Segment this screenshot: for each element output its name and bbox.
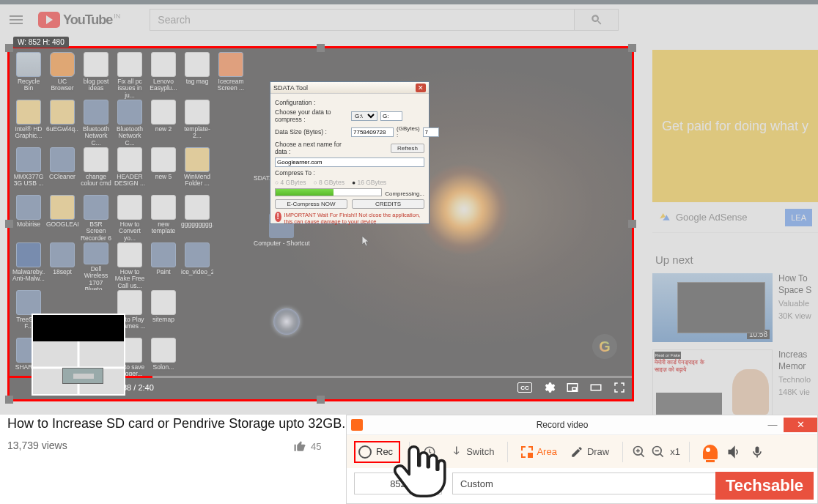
draw-button[interactable]: Draw <box>566 442 614 462</box>
learn-more-button[interactable]: LEA <box>785 209 812 226</box>
resize-handle[interactable] <box>5 396 13 404</box>
desktop-icon: WinMend Folder ... <box>180 147 214 195</box>
desktop-icon: new 5 <box>147 147 180 195</box>
resize-handle[interactable] <box>5 220 13 228</box>
resize-handle[interactable] <box>317 396 325 404</box>
zoom-in-icon[interactable] <box>632 445 646 459</box>
drive-field-2[interactable] <box>380 111 402 121</box>
like-count: 45 <box>311 441 321 452</box>
name-field[interactable] <box>275 158 424 167</box>
close-button[interactable]: ✕ <box>784 418 817 432</box>
clock-icon <box>423 445 436 459</box>
resize-handle[interactable] <box>5 44 13 52</box>
youtube-logo[interactable]: YouTube IN <box>38 12 120 28</box>
svg-rect-4 <box>755 446 759 453</box>
desktop-icon: ice_video_2... <box>180 242 214 290</box>
desktop-icon: MMX377G 3G USB ... <box>12 147 45 195</box>
speaker-icon[interactable] <box>726 445 741 459</box>
desktop-icon <box>180 290 214 338</box>
zoom-out-icon[interactable] <box>651 445 666 459</box>
resize-handle[interactable] <box>628 44 636 52</box>
warning-icon: ! <box>275 212 281 222</box>
desktop-icon: Fix all pc issues in ju... <box>113 52 147 100</box>
gbytes-field[interactable] <box>423 127 439 137</box>
compress-to-label: Compress To : <box>275 169 424 177</box>
search-icon <box>590 13 603 26</box>
mouse-cursor-icon <box>361 235 370 247</box>
search-wrap <box>150 9 619 31</box>
youtube-country: IN <box>114 12 120 20</box>
fullscreen-icon[interactable] <box>613 381 626 394</box>
desktop-icon: Dell Wireless 1707 Blueto... <box>79 242 113 290</box>
minimize-button[interactable]: — <box>762 418 784 432</box>
credits-button[interactable]: CREDITS <box>352 199 424 209</box>
mic-icon[interactable] <box>750 445 764 459</box>
mini-preview-window <box>32 314 125 396</box>
desktop-icon: How to Make Free Call us... <box>113 242 147 290</box>
adsense-text: Google AdSense <box>676 212 748 223</box>
drive-select-1[interactable]: G:\ <box>351 111 377 121</box>
desktop-icon: Malwareby... Anti-Malw... <box>12 242 45 290</box>
recorder-titlebar[interactable]: Record video — ✕ <box>347 415 817 434</box>
desktop-icon: GOOGLEAR... <box>45 195 79 242</box>
resize-handle[interactable] <box>628 220 636 228</box>
desktop-icon: new template <box>147 195 180 242</box>
video-player[interactable]: Recycle BinUC Browserblog post ideasFix … <box>7 46 634 401</box>
width-input[interactable] <box>354 472 442 494</box>
youtube-logo-text: YouTube <box>63 12 112 28</box>
video-views: 13,739 views <box>7 440 67 451</box>
ad-banner[interactable]: Get paid for doing what y <box>652 50 818 202</box>
zoom-controls[interactable]: x1 <box>632 445 680 459</box>
timer-button[interactable] <box>419 442 441 462</box>
sdata-close-button[interactable]: ✕ <box>416 84 426 92</box>
ecompress-button[interactable]: E-Compress NOW <box>275 199 347 209</box>
search-input[interactable] <box>150 9 575 31</box>
data-size-field[interactable] <box>351 127 394 137</box>
next-name-label: Choose a next name for data : <box>275 141 348 155</box>
duration-badge: 10:58 <box>747 330 770 339</box>
desktop-icon: Intel® HD Graphic... <box>12 100 45 147</box>
time-display: 38 / 2:40 <box>122 383 154 392</box>
search-button[interactable] <box>575 9 619 31</box>
choose-data-label: Choose your data to compress : <box>275 108 348 123</box>
sdata-title: SDATA Tool <box>273 84 308 92</box>
like-group[interactable]: 45 <box>293 440 321 453</box>
recorder-app-icon <box>351 419 363 431</box>
youtube-topbar: YouTube IN <box>0 0 818 35</box>
watermark-badge: Techsable <box>715 472 814 500</box>
warning-message: ! IMPORTANT Wait For Finish!! Not close … <box>275 212 424 225</box>
channel-watermark[interactable]: G <box>592 334 617 359</box>
miniplayer-icon[interactable] <box>566 381 579 394</box>
size-radios[interactable]: ○ 4 GBytes ○ 8 GBytes ● 16 GBytes <box>275 179 424 186</box>
suggestion-2-meta: Increas Memor Technolo 148K vie <box>778 349 817 418</box>
recorder-toolbar: Rec Switch Area Draw x1 <box>347 434 817 468</box>
svg-rect-0 <box>591 385 601 390</box>
suggestion-2[interactable]: Real or Fake मेमोरी कार्ड पेनड्राइव केसा… <box>652 349 818 418</box>
suggestion-2-thumb: Real or Fake मेमोरी कार्ड पेनड्राइव केसा… <box>652 349 773 418</box>
sdata-titlebar[interactable]: SDATA Tool ✕ <box>270 82 429 94</box>
adsense-bar: Google AdSense LEA <box>652 202 818 233</box>
switch-button[interactable]: Switch <box>445 442 498 462</box>
area-button[interactable]: Area <box>517 443 561 461</box>
resize-handle[interactable] <box>317 44 325 52</box>
youtube-play-icon <box>38 12 60 28</box>
up-next-heading: Up next <box>655 253 818 266</box>
desktop-icon: sitemap <box>147 290 180 338</box>
settings-icon[interactable] <box>542 381 556 394</box>
record-button[interactable]: Rec <box>354 441 400 463</box>
desktop-icon: template-2... <box>180 100 214 147</box>
suggestion-1[interactable]: 10:58 How To Space S Valuable 30K view <box>652 273 818 342</box>
refresh-button[interactable]: Refresh <box>391 144 424 153</box>
config-label: Configuration : <box>275 99 424 106</box>
suggestion-1-thumb: 10:58 <box>652 273 773 342</box>
desktop-icon: change colour cmd <box>79 147 113 195</box>
adsense-icon <box>658 211 671 224</box>
thumbs-up-icon <box>293 440 306 453</box>
desktop-icon: blog post ideas <box>79 52 113 100</box>
desktop-icon: 6uEGwl4q... <box>45 100 79 147</box>
webcam-button[interactable] <box>703 445 718 459</box>
cc-button[interactable]: CC <box>517 382 532 393</box>
desktop-icon: Paint <box>147 242 180 290</box>
hamburger-icon[interactable] <box>7 11 25 29</box>
theater-icon[interactable] <box>589 381 603 394</box>
